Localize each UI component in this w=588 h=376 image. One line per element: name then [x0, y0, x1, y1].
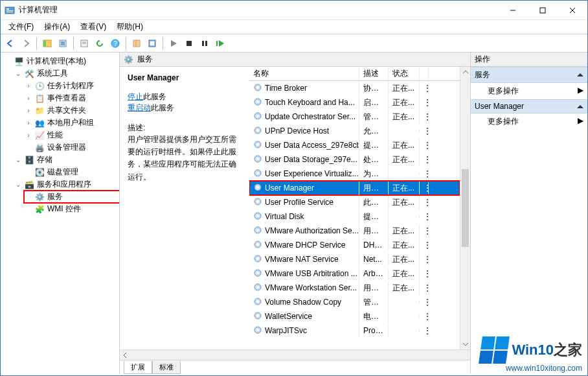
actions-section-services[interactable]: 服务 — [471, 67, 587, 83]
gear-icon — [253, 140, 262, 151]
tree-services[interactable]: ⚙️服务 — [24, 191, 120, 203]
tree-system-tools[interactable]: ⌄🛠️系统工具 — [14, 67, 119, 80]
tree-event-viewer[interactable]: ›📋事件查看器 — [24, 92, 119, 104]
toolbar-divider — [126, 37, 126, 50]
tree-root[interactable]: 🖥️计算机管理(本地) — [3, 55, 119, 67]
collapse-icon[interactable]: ⌄ — [15, 181, 21, 188]
svg-rect-19 — [150, 41, 154, 45]
center-title: 服务 — [137, 54, 153, 65]
menu-help[interactable]: 帮助(H) — [111, 21, 148, 32]
tree-local-users[interactable]: ›👥本地用户和组 — [24, 117, 119, 129]
expand-icon[interactable]: › — [25, 82, 32, 89]
service-name: VMware DHCP Service — [265, 241, 345, 250]
vertical-scrollbar[interactable] — [460, 67, 470, 349]
action-more-1[interactable]: 更多操作 ▶ — [471, 83, 587, 99]
pause-service-button[interactable] — [198, 36, 212, 51]
restart-service-link[interactable]: 重启动 — [128, 103, 151, 112]
col-overflow[interactable] — [420, 67, 429, 80]
service-detail: User Manager 停止此服务 重启动此服务 描述: 用户管理器提供多用户… — [120, 67, 249, 349]
service-row[interactable]: VMware NAT ServiceNet...正在...⋮ — [249, 252, 460, 266]
scroll-left-icon[interactable] — [120, 350, 130, 360]
titlebar: 计算机管理 — [1, 1, 587, 20]
export-list-button[interactable] — [56, 36, 70, 51]
service-row[interactable]: VMware DHCP ServiceDHC...正在...⋮ — [249, 238, 460, 252]
service-row[interactable]: VMware Authorization Se...用于...正在...⋮ — [249, 224, 460, 238]
stop-service-link[interactable]: 停止 — [128, 92, 143, 101]
tree-task-scheduler[interactable]: ›🕒任务计划程序 — [24, 80, 119, 92]
col-desc[interactable]: 描述 — [359, 67, 389, 80]
stop-service-button[interactable] — [182, 36, 196, 51]
actions-section-usermanager[interactable]: User Manager — [471, 99, 587, 113]
menu-action[interactable]: 操作(A) — [39, 21, 75, 32]
show-hide-tree-button[interactable] — [40, 36, 54, 51]
body: 🖥️计算机管理(本地) ⌄🛠️系统工具 ›🕒任务计划程序 ›📋事件查看器 ›📁共… — [1, 53, 587, 374]
back-button[interactable] — [3, 36, 17, 51]
col-status[interactable]: 状态 — [389, 67, 420, 80]
service-row[interactable]: User Manager用户...正在...⋮ — [249, 181, 460, 195]
service-row[interactable]: User Data Access_297e8cb提供...正在...⋮ — [249, 138, 460, 152]
maximize-button[interactable] — [528, 1, 558, 20]
expand-icon[interactable]: › — [25, 107, 32, 114]
tree-disk-management[interactable]: 💽磁盘管理 — [24, 166, 119, 178]
col-name[interactable]: 名称 — [249, 67, 359, 80]
svg-point-33 — [256, 143, 259, 146]
service-row[interactable]: Virtual Disk提供...⋮ — [249, 209, 460, 224]
service-row[interactable]: User Data Storage_297e...处理...正在...⋮ — [249, 152, 460, 167]
filter-button[interactable] — [145, 36, 159, 51]
service-row[interactable]: UPnP Device Host允许...⋮ — [249, 124, 460, 138]
properties-button[interactable] — [77, 36, 91, 51]
select-columns-button[interactable] — [130, 36, 144, 51]
refresh-button[interactable] — [93, 36, 107, 51]
horizontal-scrollbar[interactable] — [120, 349, 470, 360]
service-desc: Net... — [359, 253, 389, 265]
help-button[interactable]: ? — [108, 36, 122, 51]
list-body[interactable]: Time Broker协调...正在...⋮Touch Keyboard and… — [249, 81, 460, 349]
row-overflow: ⋮ — [420, 139, 429, 151]
tree-performance[interactable]: ›📈性能 — [24, 129, 119, 141]
expand-icon[interactable]: › — [25, 95, 32, 102]
restart-service-button[interactable] — [213, 36, 227, 51]
tab-standard[interactable]: 标准 — [152, 361, 181, 374]
start-service-button[interactable] — [166, 36, 181, 51]
service-row[interactable]: Time Broker协调...正在...⋮ — [249, 81, 460, 95]
scrollbar-thumb[interactable] — [462, 169, 469, 247]
service-status — [389, 215, 420, 218]
service-row[interactable]: User Profile Service此服...正在...⋮ — [249, 195, 460, 209]
gear-icon: ⚙️ — [124, 55, 133, 64]
tree-wmi[interactable]: 🧩WMI 控件 — [24, 203, 119, 215]
service-row[interactable]: VMware USB Arbitration ...Arbit...正在...⋮ — [249, 266, 460, 281]
tree-device-manager[interactable]: 🖨️设备管理器 — [24, 141, 119, 154]
service-row[interactable]: Touch Keyboard and Ha...启用...正在...⋮ — [249, 95, 460, 110]
service-row[interactable]: WarpJITSvcProv...⋮ — [249, 323, 460, 338]
service-row[interactable]: Update Orchestrator Ser...管理...正在...⋮ — [249, 110, 460, 124]
minimize-button[interactable] — [498, 1, 528, 20]
menu-file[interactable]: 文件(F) — [3, 21, 39, 32]
menu-view[interactable]: 查看(V) — [75, 21, 111, 32]
row-overflow: ⋮ — [420, 225, 429, 237]
tree-pane[interactable]: 🖥️计算机管理(本地) ⌄🛠️系统工具 ›🕒任务计划程序 ›📋事件查看器 ›📁共… — [1, 53, 120, 374]
service-status: 正在... — [389, 139, 420, 152]
collapse-icon[interactable]: ⌄ — [15, 70, 21, 77]
expand-icon[interactable]: › — [25, 132, 32, 139]
service-row[interactable]: User Experience Virtualiz...为应...⋮ — [249, 167, 460, 181]
expand-icon[interactable]: › — [25, 119, 32, 126]
tree-services-apps[interactable]: ⌄🗃️服务和应用程序 — [14, 178, 119, 191]
close-button[interactable] — [558, 1, 587, 20]
service-status — [389, 172, 420, 175]
selected-service-name: User Manager — [128, 73, 242, 82]
service-row[interactable]: VMware Workstation Ser...用于...正在...⋮ — [249, 281, 460, 295]
tree-storage[interactable]: ⌄🗄️存储 — [14, 154, 119, 166]
tree-label: 事件查看器 — [47, 93, 86, 104]
scroll-up-icon[interactable] — [460, 67, 471, 77]
tree-shared-folders[interactable]: ›📁共享文件夹 — [24, 104, 119, 117]
toolbar-divider — [73, 37, 74, 50]
action-more-2[interactable]: 更多操作 ▶ — [471, 113, 587, 130]
forward-button[interactable] — [19, 36, 33, 51]
service-status: 正在... — [389, 224, 420, 238]
collapse-icon[interactable]: ⌄ — [15, 156, 21, 163]
tab-extended[interactable]: 扩展 — [124, 361, 152, 374]
service-row[interactable]: WalletService电子...⋮ — [249, 309, 460, 323]
service-row[interactable]: Volume Shadow Copy管理...⋮ — [249, 295, 460, 309]
tree-label: WMI 控件 — [47, 204, 81, 215]
scroll-down-icon[interactable] — [460, 339, 471, 349]
